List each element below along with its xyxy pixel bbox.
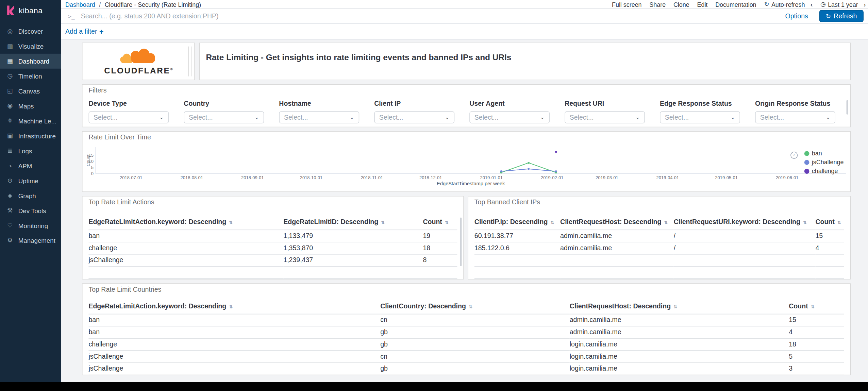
uptime-icon: ⊙ (6, 177, 14, 184)
table-row: bangbadmin.camilia.me4 (88, 326, 844, 338)
kibana-wordmark: kibana (19, 6, 43, 15)
column-header-edgeratelimitid-descending[interactable]: EdgeRateLimitID: Descending⇅ (283, 215, 423, 230)
select-placeholder: Select... (474, 114, 499, 121)
sidebar-item-machine-le[interactable]: ⚛Machine Le... (0, 114, 61, 129)
menu-item-clone[interactable]: Clone (673, 1, 689, 7)
time-back-button[interactable]: ‹ (811, 1, 813, 7)
sidebar-item-infrastructure[interactable]: ▣Infrastructure (0, 129, 61, 143)
sidebar-item-maps[interactable]: ◉Maps (0, 99, 61, 114)
table-cell: login.camilia.me (570, 351, 789, 363)
filter-select-request-uri[interactable]: Select...⌄ (565, 111, 645, 123)
sidebar-item-apm[interactable]: ◔APM (0, 158, 61, 173)
column-header-clientrequesthost-descending[interactable]: ClientRequestHost: Descending⇅ (570, 299, 789, 314)
filter-select-edge-response-status[interactable]: Select...⌄ (660, 111, 740, 123)
column-header-clientcountry-descending[interactable]: ClientCountry: Descending⇅ (380, 299, 570, 314)
table-cell: jsChallenge (88, 351, 380, 363)
table-cell: jsChallenge (88, 254, 283, 267)
table-row: 60.191.38.77admin.camilia.me/15 (474, 230, 844, 242)
panel-scrollbar[interactable] (188, 47, 191, 76)
query-bar: >_ Options ↻ Refresh (61, 8, 868, 24)
chevron-down-icon: ⌄ (445, 115, 450, 120)
chevron-down-icon: ⌄ (540, 115, 545, 120)
kibana-home-link[interactable]: kibana (0, 0, 61, 20)
column-header-count[interactable]: Count⇅ (815, 215, 844, 230)
panel-title: Top Rate Limit Countries (83, 284, 850, 295)
add-filter-link[interactable]: Add a filter + (65, 28, 103, 36)
legend-label: ban (812, 151, 822, 157)
sidebar-item-graph[interactable]: ◈Graph (0, 188, 61, 203)
column-header-edgeratelimitaction-keyword-descending[interactable]: EdgeRateLimitAction.keyword: Descending⇅ (88, 215, 283, 230)
topbar: Dashboard / Cloudflare - Security (Rate … (61, 0, 868, 8)
table-cell: admin.camilia.me (560, 230, 674, 242)
empty-table-row (88, 267, 457, 279)
search-input[interactable] (80, 12, 785, 20)
filter-label: Hostname (279, 100, 359, 107)
legend-item-challenge[interactable]: challenge (804, 168, 844, 175)
options-link[interactable]: Options (785, 12, 808, 20)
menu-item-full-screen[interactable]: Full screen (612, 1, 642, 7)
dev-tools-icon: ⚒ (6, 207, 14, 214)
sort-icon: ⇅ (673, 304, 677, 309)
column-header-clientrequesthost-descending[interactable]: ClientRequestHost: Descending⇅ (560, 215, 674, 230)
filter-select-user-agent[interactable]: Select...⌄ (469, 111, 550, 123)
top-rate-limit-actions-table: EdgeRateLimitAction.keyword: Descending⇅… (88, 215, 457, 279)
chart-legend: banjsChallengechallenge (804, 150, 844, 175)
header-menu: Full screenShareCloneEditDocumentation (612, 1, 756, 7)
menu-item-share[interactable]: Share (649, 1, 666, 7)
legend-toggle-button[interactable]: › (790, 152, 798, 159)
sidebar-item-dev-tools[interactable]: ⚒Dev Tools (0, 203, 61, 218)
sidebar-item-management[interactable]: ⚙Management (0, 233, 61, 248)
filter-group-edge-response-status: Edge Response StatusSelect...⌄ (660, 100, 740, 123)
empty-table-row (474, 267, 844, 279)
svg-text:2018-12-01: 2018-12-01 (419, 175, 442, 180)
apm-icon: ◔ (6, 163, 14, 169)
select-placeholder: Select... (189, 114, 213, 121)
column-header-count[interactable]: Count⇅ (423, 215, 457, 230)
filter-select-device-type[interactable]: Select...⌄ (88, 111, 169, 123)
sidebar-item-dashboard[interactable]: ▦Dashboard (0, 54, 61, 69)
sidebar-item-monitoring[interactable]: ♡Monitoring (0, 218, 61, 233)
filter-select-origin-response-status[interactable]: Select...⌄ (755, 111, 835, 123)
sidebar-item-discover[interactable]: ◎Discover (0, 24, 61, 39)
dashboard-description: Rate Limiting - Get insights into rate l… (200, 43, 850, 62)
table-cell: admin.camilia.me (570, 314, 789, 326)
sidebar-item-uptime[interactable]: ⊙Uptime (0, 173, 61, 188)
panel-scrollbar[interactable] (847, 100, 848, 115)
menu-item-edit[interactable]: Edit (697, 1, 707, 7)
column-header-clientip-ip-descending[interactable]: ClientIP.ip: Descending⇅ (474, 215, 560, 230)
sidebar-item-label: Canvas (18, 88, 40, 95)
time-picker-button[interactable]: ◷ Last 1 year (820, 1, 858, 8)
sidebar-item-logs[interactable]: ≣Logs (0, 143, 61, 158)
svg-text:2019-06-01: 2019-06-01 (776, 175, 799, 180)
auto-refresh-button[interactable]: ↻ Auto-refresh (764, 1, 805, 8)
table-cell: 4 (815, 242, 844, 254)
panel-title: Rate Limit Over Time (83, 132, 850, 143)
sidebar-item-visualize[interactable]: ▥Visualize (0, 39, 61, 54)
breadcrumb-dashboard-link[interactable]: Dashboard (65, 1, 95, 7)
select-placeholder: Select... (760, 114, 784, 121)
svg-text:Count: Count (87, 154, 91, 166)
sidebar-item-canvas[interactable]: ◱Canvas (0, 84, 61, 99)
legend-item-jschallenge[interactable]: jsChallenge (804, 159, 844, 166)
legend-color-dot (804, 169, 809, 174)
filter-select-country[interactable]: Select...⌄ (184, 111, 264, 123)
column-header-clientrequesturi-keyword-descending[interactable]: ClientRequestURI.keyword: Descending⇅ (674, 215, 816, 230)
column-header-edgeratelimitaction-keyword-descending[interactable]: EdgeRateLimitAction.keyword: Descending⇅ (88, 299, 380, 314)
table-cell: 4 (789, 326, 844, 338)
maps-icon: ◉ (6, 102, 14, 109)
filter-select-hostname[interactable]: Select...⌄ (279, 111, 359, 123)
table-cell: cn (380, 351, 570, 363)
legend-item-ban[interactable]: ban (804, 150, 844, 157)
sort-icon: ⇅ (229, 304, 233, 309)
sidebar-item-timelion[interactable]: ◷Timelion (0, 69, 61, 84)
menu-item-documentation[interactable]: Documentation (715, 1, 756, 7)
refresh-button[interactable]: ↻ Refresh (819, 10, 864, 22)
panel-scrollbar[interactable] (460, 218, 462, 266)
table-cell: 15 (815, 230, 844, 242)
time-forward-button[interactable]: › (864, 1, 866, 7)
cloudflare-logo-panel: CLOUDFLARE® (82, 42, 195, 80)
table-cell: ban (88, 326, 380, 338)
column-header-count[interactable]: Count⇅ (789, 299, 844, 314)
timelion-icon: ◷ (6, 72, 14, 80)
filter-select-client-ip[interactable]: Select...⌄ (374, 111, 454, 123)
